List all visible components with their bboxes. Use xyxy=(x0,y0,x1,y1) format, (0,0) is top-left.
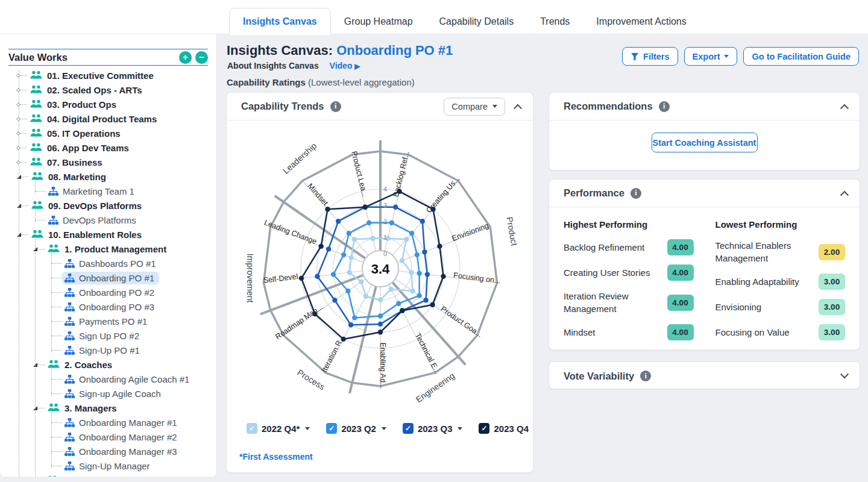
radar-data-point[interactable] xyxy=(359,280,363,284)
checkbox-checked-icon[interactable]: ✓ xyxy=(403,423,414,434)
tree-item[interactable]: Payments PO #1 xyxy=(51,314,216,328)
tree-item[interactable]: 04. Digital Product Teams xyxy=(19,111,216,126)
radar-data-point[interactable] xyxy=(420,219,425,224)
checkbox-checked-icon[interactable]: ✓ xyxy=(326,423,337,434)
radar-data-point[interactable] xyxy=(363,294,368,299)
radar-data-point[interactable] xyxy=(347,270,351,275)
radar-data-point[interactable] xyxy=(410,289,415,293)
collapsed-marker-icon[interactable] xyxy=(16,87,20,92)
radar-data-point[interactable] xyxy=(396,301,401,306)
collapsed-marker-icon[interactable] xyxy=(16,102,20,106)
tree-item[interactable]: Onboarding Manager #3 xyxy=(51,444,216,459)
expanded-marker-icon[interactable] xyxy=(33,363,37,367)
info-icon[interactable]: i xyxy=(659,101,670,112)
export-button[interactable]: Export xyxy=(684,47,738,66)
tree-item[interactable]: 2. Coaches xyxy=(35,357,216,372)
radar-data-point[interactable] xyxy=(318,244,323,249)
tree-item[interactable]: 3. Managers xyxy=(35,401,216,415)
filters-button[interactable]: Filters xyxy=(622,47,678,66)
tree-item[interactable]: Onboarding PO #2 xyxy=(51,285,216,299)
tree-item-selected[interactable]: Onboarding PO #1 xyxy=(51,271,216,285)
radar-data-point[interactable] xyxy=(332,298,337,302)
radar-data-point[interactable] xyxy=(352,237,357,242)
radar-data-point[interactable] xyxy=(417,271,422,276)
radar-data-point[interactable] xyxy=(347,231,351,236)
radar-data-point[interactable] xyxy=(423,298,428,302)
facilitation-guide-button[interactable]: Go to Facilitation Guide xyxy=(743,47,859,66)
tab-trends[interactable]: Trends xyxy=(527,8,583,35)
checkbox-checked-icon[interactable]: ✓ xyxy=(479,423,489,434)
expand-all-button[interactable]: + xyxy=(179,51,192,64)
tree-item[interactable]: Onboarding PO #3 xyxy=(51,299,216,314)
radar-data-point[interactable] xyxy=(393,205,398,210)
tab-capability-details[interactable]: Capability Details xyxy=(426,8,527,35)
radar-data-point[interactable] xyxy=(404,237,409,242)
radar-data-point[interactable] xyxy=(437,244,442,249)
tab-improvement-actions[interactable]: Improvement Actions xyxy=(583,8,699,35)
tree-item[interactable]: 07. Business xyxy=(19,155,216,169)
chevron-down-icon[interactable] xyxy=(458,427,462,430)
tree-item[interactable]: Sign-Up Manager xyxy=(51,459,216,473)
radar-data-point[interactable] xyxy=(389,221,394,225)
collapse-chevron-icon[interactable] xyxy=(514,104,522,112)
collapse-chevron-icon[interactable] xyxy=(840,104,849,112)
tree-item[interactable]: Sign-Up PO #1 xyxy=(51,343,216,357)
radar-data-point[interactable] xyxy=(417,293,421,298)
expanded-marker-icon[interactable] xyxy=(17,233,21,237)
tree-item[interactable]: Dashboards PO #1 xyxy=(51,256,216,271)
tree-item[interactable]: 10. Enablement Roles xyxy=(19,227,216,242)
expanded-marker-icon[interactable] xyxy=(33,406,37,410)
radar-data-point[interactable] xyxy=(363,205,368,210)
tree-item[interactable]: Sign Up PO #2 xyxy=(51,328,216,343)
tree-item[interactable]: 09. DevOps Platforms xyxy=(19,198,216,213)
tree-item[interactable]: 03. Product Ops xyxy=(19,97,216,111)
radar-data-point[interactable] xyxy=(422,249,427,254)
radar-data-point[interactable] xyxy=(366,221,371,225)
collapsed-marker-icon[interactable] xyxy=(16,116,20,120)
checkbox-checked-icon[interactable]: ✓ xyxy=(247,423,257,434)
radar-data-point[interactable] xyxy=(400,308,404,313)
legend-item-2023-q3[interactable]: ✓2023 Q3 xyxy=(403,423,463,434)
tree-item[interactable]: Onboarding Manager #2 xyxy=(51,430,216,444)
compare-button[interactable]: Compare xyxy=(444,98,505,116)
radar-data-point[interactable] xyxy=(415,252,420,257)
collapsed-marker-icon[interactable] xyxy=(16,73,20,77)
info-icon[interactable]: i xyxy=(631,188,641,199)
info-icon[interactable]: i xyxy=(330,101,341,112)
radar-data-point[interactable] xyxy=(341,252,346,257)
radar-data-point[interactable] xyxy=(348,255,353,260)
radar-data-point[interactable] xyxy=(331,272,336,277)
tree-item[interactable]: 01. Executive Committee xyxy=(19,68,216,83)
tree-item[interactable]: DevOps Platforms xyxy=(35,213,216,227)
collapsed-marker-icon[interactable] xyxy=(16,131,20,135)
radar-data-point[interactable] xyxy=(389,287,394,292)
start-coaching-assistant-button[interactable]: Start Coaching Assistant xyxy=(652,133,758,152)
tree-item[interactable]: Onboarding Manager #1 xyxy=(51,415,216,430)
radar-data-point[interactable] xyxy=(325,207,330,211)
legend-item-2023-q4[interactable]: ✓2023 Q4 xyxy=(479,423,529,434)
chevron-down-icon[interactable] xyxy=(305,427,310,430)
tree-item[interactable]: Sign-up Agile Coach xyxy=(51,386,216,401)
expand-chevron-icon[interactable] xyxy=(840,370,849,378)
tree-item[interactable]: 05. IT Operations xyxy=(19,126,216,140)
collapse-chevron-icon[interactable] xyxy=(840,190,849,199)
expanded-marker-icon[interactable] xyxy=(33,247,37,251)
radar-data-point[interactable] xyxy=(370,236,375,241)
radar-data-point[interactable] xyxy=(409,231,414,236)
tree-item[interactable]: 1. Product Management xyxy=(35,242,216,256)
radar-data-point[interactable] xyxy=(378,322,383,327)
radar-data-point[interactable] xyxy=(326,246,331,251)
expanded-marker-icon[interactable] xyxy=(17,175,21,179)
radar-data-point[interactable] xyxy=(315,274,319,279)
tree-item[interactable] xyxy=(35,473,216,477)
tree-item[interactable]: 06. App Dev Teams xyxy=(19,140,216,155)
radar-data-point[interactable] xyxy=(400,258,404,263)
collapsed-marker-icon[interactable] xyxy=(16,160,20,164)
collapsed-marker-icon[interactable] xyxy=(16,145,20,149)
legend-item-2023-q2[interactable]: ✓2023 Q2 xyxy=(326,423,386,434)
radar-data-point[interactable] xyxy=(441,274,445,279)
radar-data-point[interactable] xyxy=(378,330,383,334)
video-link[interactable]: Video ▶ xyxy=(330,61,360,70)
chevron-down-icon[interactable] xyxy=(382,427,386,430)
tree-item[interactable]: Marketing Team 1 xyxy=(35,184,216,198)
